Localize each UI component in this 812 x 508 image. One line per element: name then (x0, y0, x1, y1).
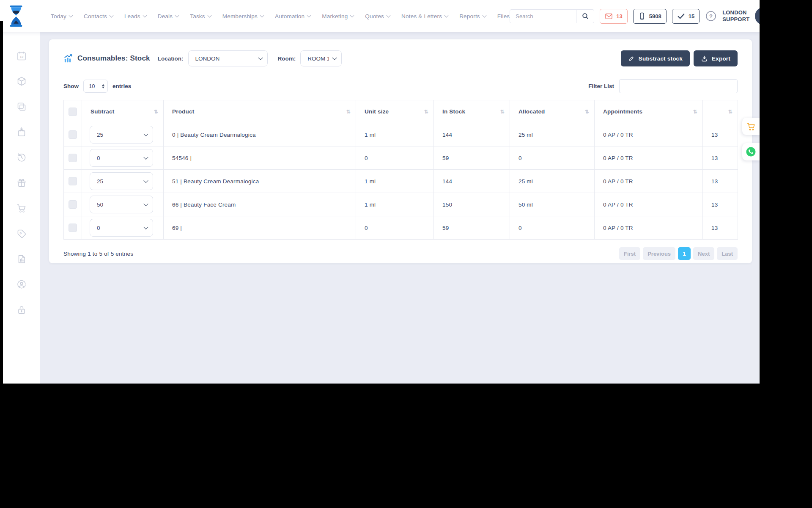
allocated-cell: 25 ml (510, 170, 595, 193)
location-select[interactable]: LONDON (188, 50, 268, 66)
col-extra[interactable] (703, 100, 738, 123)
pagination-next[interactable]: Next (693, 247, 714, 260)
envelope-icon (605, 12, 613, 20)
avatar[interactable] (755, 7, 760, 25)
row-checkbox[interactable] (69, 177, 77, 185)
pagination-last[interactable]: Last (717, 247, 738, 260)
main-nav: Today Contacts Leads Deals Tasks Members… (51, 13, 510, 19)
col-unit-size[interactable]: Unit size (356, 100, 434, 123)
col-appointments[interactable]: Appointments (595, 100, 703, 123)
nav-contacts[interactable]: Contacts (84, 13, 113, 19)
sidebar-item-duplicates[interactable] (16, 102, 27, 112)
mail-count: 13 (616, 13, 622, 19)
export-button[interactable]: Export (694, 50, 738, 66)
pagination-previous[interactable]: Previous (643, 247, 675, 260)
sidebar-item-gifts[interactable] (16, 178, 27, 188)
sidebar-item-security[interactable] (16, 305, 27, 315)
nav-files[interactable]: Files (497, 13, 510, 19)
product-cell: 51 | Beauty Cream Dearmalogica (164, 170, 356, 193)
room-select[interactable]: ROOM 1 (300, 50, 342, 66)
user-icon (758, 11, 760, 22)
row-checkbox[interactable] (69, 130, 77, 139)
unit-size-cell: 1 ml (356, 170, 434, 193)
col-allocated[interactable]: Allocated (510, 100, 595, 123)
nav-reports[interactable]: Reports (459, 13, 486, 19)
task-count: 15 (689, 13, 694, 19)
floating-whatsapp-button[interactable] (742, 143, 760, 160)
search-icon[interactable] (576, 10, 594, 23)
page-length-select[interactable]: 10 (83, 80, 108, 93)
chevron-down-icon (482, 14, 486, 18)
search-input[interactable] (510, 13, 576, 19)
show-label: Show (63, 83, 79, 89)
col-subtract[interactable]: Subtract (82, 100, 164, 123)
sidebar-item-products[interactable] (16, 76, 27, 86)
nav-notes-letters[interactable]: Notes & Letters (401, 13, 448, 19)
user-name: LONDON SUPPORT (722, 9, 749, 22)
subtract-stock-button[interactable]: Substract stock (621, 50, 690, 66)
row-checkbox[interactable] (69, 200, 77, 209)
sidebar-item-reports[interactable] (16, 254, 27, 264)
nav-marketing[interactable]: Marketing (322, 13, 354, 19)
sidebar-item-pricing[interactable]: $ (16, 229, 27, 239)
app-logo[interactable] (8, 5, 25, 28)
cart-icon (16, 203, 27, 213)
sidebar-item-cart[interactable] (16, 203, 27, 213)
row-checkbox[interactable] (69, 154, 77, 162)
sidebar-item-account[interactable] (16, 279, 27, 290)
in-stock-cell: 59 (434, 216, 510, 240)
sort-icon (585, 109, 589, 114)
svg-text:$: $ (19, 231, 22, 235)
col-product[interactable]: Product (164, 100, 356, 123)
sort-icon (500, 109, 505, 114)
pagination-page-1[interactable]: 1 (678, 247, 691, 260)
row-checkbox[interactable] (69, 224, 77, 232)
appointments-cell: 0 AP / 0 TR (595, 193, 703, 216)
chevron-down-icon (444, 14, 449, 18)
report-icon (16, 254, 27, 264)
col-in-stock[interactable]: In Stock (434, 100, 510, 123)
sidebar-item-calendar[interactable]: 12 (16, 51, 27, 61)
bag-download-icon (16, 127, 27, 137)
select-all-checkbox[interactable] (69, 108, 77, 116)
sidebar-item-orders[interactable] (16, 127, 27, 137)
appointments-cell: 0 AP / 0 TR (595, 146, 703, 170)
phone-badge[interactable]: 5908 (633, 9, 667, 24)
extra-cell: 13 (703, 146, 738, 170)
nav-today[interactable]: Today (51, 13, 72, 19)
subtract-select[interactable]: 25 (90, 172, 153, 190)
tasks-badge[interactable]: 15 (672, 9, 700, 24)
subtract-select[interactable]: 0 (90, 149, 153, 167)
product-cell: 69 | (164, 216, 356, 240)
subtract-select[interactable]: 50 (90, 196, 153, 213)
header-actions: Substract stock Export (621, 50, 738, 66)
price-tag-icon: $ (16, 229, 27, 239)
filter-input[interactable] (619, 79, 738, 93)
svg-text:12: 12 (19, 55, 23, 59)
subtract-select[interactable]: 25 (90, 126, 153, 144)
in-stock-cell: 144 (434, 123, 510, 146)
sort-icon (728, 109, 732, 114)
allocated-cell: 0 (510, 216, 595, 240)
show-entries: Show 10 entries (63, 80, 131, 93)
unit-size-cell: 0 (356, 216, 434, 240)
nav-quotes[interactable]: Quotes (365, 13, 390, 19)
lock-icon (16, 305, 27, 315)
mail-badge[interactable]: 13 (600, 9, 627, 24)
nav-memberships[interactable]: Memberships (222, 13, 263, 19)
pagination-first[interactable]: First (619, 247, 640, 260)
chart-icon (63, 54, 73, 64)
sort-icon (346, 109, 351, 114)
floating-cart-button[interactable] (742, 118, 760, 135)
card-header: Consumables: Stock Location: LONDON Room… (63, 39, 738, 74)
nav-tasks[interactable]: Tasks (190, 13, 211, 19)
location-select-wrap: LONDON (188, 50, 268, 66)
help-button[interactable]: ? (705, 10, 717, 22)
subtract-select[interactable]: 0 (90, 219, 153, 237)
chevron-down-icon (69, 14, 73, 18)
nav-leads[interactable]: Leads (124, 13, 146, 19)
entries-label: entries (112, 83, 131, 89)
nav-automation[interactable]: Automation (275, 13, 310, 19)
sidebar-item-history[interactable] (16, 152, 27, 163)
nav-deals[interactable]: Deals (158, 13, 179, 19)
